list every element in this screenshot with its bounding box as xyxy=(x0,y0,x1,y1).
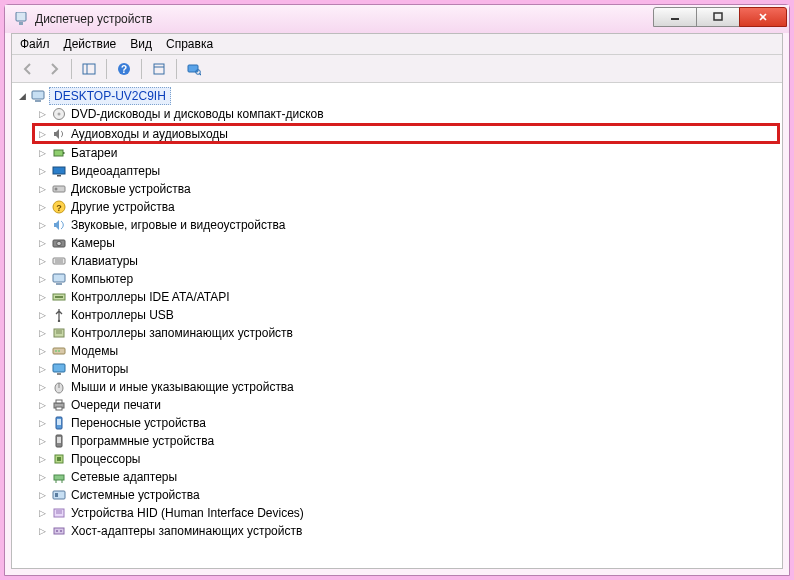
expand-icon[interactable]: ▷ xyxy=(36,166,48,176)
tree-node[interactable]: ▷Контроллеры USB xyxy=(32,306,780,324)
tree-node-label: Устройства HID (Human Interface Devices) xyxy=(71,506,304,520)
svg-rect-19 xyxy=(54,150,63,156)
network-icon xyxy=(51,469,67,485)
tree-node[interactable]: ▷Батареи xyxy=(32,144,780,162)
tree-node[interactable]: ▷Очереди печати xyxy=(32,396,780,414)
svg-rect-6 xyxy=(83,64,95,74)
svg-rect-21 xyxy=(53,167,65,174)
svg-rect-43 xyxy=(53,364,65,372)
maximize-button[interactable] xyxy=(696,7,740,27)
tree-node[interactable]: ▷Хост-адаптеры запоминающих устройств xyxy=(32,522,780,540)
collapse-icon[interactable]: ◢ xyxy=(16,91,28,101)
device-tree[interactable]: ◢ DESKTOP-UV2C9IH ▷DVD-дисководы и диско… xyxy=(12,83,782,568)
expand-icon[interactable]: ▷ xyxy=(36,109,48,119)
expand-icon[interactable]: ▷ xyxy=(36,418,48,428)
tree-node-label: Компьютер xyxy=(71,272,133,286)
svg-rect-53 xyxy=(57,437,61,443)
tree-node[interactable]: ▷Модемы xyxy=(32,342,780,360)
tree-node-label: Сетевые адаптеры xyxy=(71,470,177,484)
tree-node[interactable]: ▷Процессоры xyxy=(32,450,780,468)
svg-text:?: ? xyxy=(121,63,127,74)
tree-node-label: DVD-дисководы и дисководы компакт-дисков xyxy=(71,107,324,121)
tree-node[interactable]: ▷Программные устройства xyxy=(32,432,780,450)
tree-node[interactable]: ▷Контроллеры запоминающих устройств xyxy=(32,324,780,342)
expand-icon[interactable]: ▷ xyxy=(36,346,48,356)
titlebar[interactable]: Диспетчер устройств xyxy=(5,5,789,33)
minimize-button[interactable] xyxy=(653,7,697,27)
tree-node-label: Системные устройства xyxy=(71,488,200,502)
forward-button[interactable] xyxy=(42,58,66,80)
expand-icon[interactable]: ▷ xyxy=(36,310,48,320)
disc-icon xyxy=(51,106,67,122)
modem-icon xyxy=(51,343,67,359)
expand-icon[interactable]: ▷ xyxy=(36,292,48,302)
show-hide-tree-button[interactable] xyxy=(77,58,101,80)
expand-icon[interactable]: ▷ xyxy=(36,148,48,158)
tree-node[interactable]: ▷Сетевые адаптеры xyxy=(32,468,780,486)
expand-icon[interactable]: ▷ xyxy=(36,526,48,536)
expand-icon[interactable]: ▷ xyxy=(36,184,48,194)
tree-node-label: Мониторы xyxy=(71,362,128,376)
svg-rect-16 xyxy=(35,100,41,102)
menu-view[interactable]: Вид xyxy=(130,37,152,51)
expand-icon[interactable]: ▷ xyxy=(36,129,48,139)
software-device-icon xyxy=(51,433,67,449)
expand-icon[interactable]: ▷ xyxy=(36,238,48,248)
expand-icon[interactable]: ▷ xyxy=(36,472,48,482)
expand-icon[interactable]: ▷ xyxy=(36,382,48,392)
expand-icon[interactable]: ▷ xyxy=(36,256,48,266)
tree-node[interactable]: ▷Переносные устройства xyxy=(32,414,780,432)
battery-icon xyxy=(51,145,67,161)
expand-icon[interactable]: ▷ xyxy=(36,364,48,374)
close-button[interactable] xyxy=(739,7,787,27)
expand-icon[interactable]: ▷ xyxy=(36,436,48,446)
tree-node[interactable]: ▷Камеры xyxy=(32,234,780,252)
tree-root-node[interactable]: ◢ DESKTOP-UV2C9IH xyxy=(14,87,780,105)
tree-node[interactable]: ▷Звуковые, игровые и видеоустройства xyxy=(32,216,780,234)
tree-node[interactable]: ▷Мыши и иные указывающие устройства xyxy=(32,378,780,396)
cpu-icon xyxy=(51,451,67,467)
expand-icon[interactable]: ▷ xyxy=(36,490,48,500)
menu-help[interactable]: Справка xyxy=(166,37,213,51)
menu-action[interactable]: Действие xyxy=(64,37,117,51)
tree-node[interactable]: ▷Аудиовходы и аудиовыходы xyxy=(32,123,780,144)
scan-button[interactable] xyxy=(182,58,206,80)
tree-node-label: Программные устройства xyxy=(71,434,214,448)
svg-rect-33 xyxy=(56,283,62,285)
tree-node-label: Камеры xyxy=(71,236,115,250)
tree-node[interactable]: ▷Мониторы xyxy=(32,360,780,378)
svg-rect-32 xyxy=(53,274,65,282)
tree-node[interactable]: ▷Клавиатуры xyxy=(32,252,780,270)
tree-node-label: Контроллеры USB xyxy=(71,308,174,322)
tree-node[interactable]: ▷DVD-дисководы и дисководы компакт-диско… xyxy=(32,105,780,123)
svg-rect-56 xyxy=(54,475,64,480)
tree-node[interactable]: ▷Системные устройства xyxy=(32,486,780,504)
expand-icon[interactable]: ▷ xyxy=(36,508,48,518)
display-adapter-icon xyxy=(51,163,67,179)
tree-node[interactable]: ▷Компьютер xyxy=(32,270,780,288)
svg-rect-55 xyxy=(57,457,61,461)
tree-node-label: Клавиатуры xyxy=(71,254,138,268)
help-button[interactable]: ? xyxy=(112,58,136,80)
tree-node[interactable]: ▷Контроллеры IDE ATA/ATAPI xyxy=(32,288,780,306)
expand-icon[interactable]: ▷ xyxy=(36,202,48,212)
expand-icon[interactable]: ▷ xyxy=(36,274,48,284)
expand-icon[interactable]: ▷ xyxy=(36,400,48,410)
tree-node-label: Дисковые устройства xyxy=(71,182,191,196)
expand-icon[interactable]: ▷ xyxy=(36,220,48,230)
tree-node[interactable]: ▷Дисковые устройства xyxy=(32,180,780,198)
camera-icon xyxy=(51,235,67,251)
back-button[interactable] xyxy=(16,58,40,80)
expand-icon[interactable]: ▷ xyxy=(36,454,48,464)
properties-button[interactable] xyxy=(147,58,171,80)
svg-point-66 xyxy=(60,530,62,532)
svg-rect-59 xyxy=(53,491,65,499)
svg-rect-60 xyxy=(55,493,58,497)
tree-node-label: Контроллеры IDE ATA/ATAPI xyxy=(71,290,230,304)
tree-node[interactable]: ▷?Другие устройства xyxy=(32,198,780,216)
tree-node[interactable]: ▷Видеоадаптеры xyxy=(32,162,780,180)
svg-rect-44 xyxy=(57,373,61,375)
tree-node[interactable]: ▷Устройства HID (Human Interface Devices… xyxy=(32,504,780,522)
menu-file[interactable]: Файл xyxy=(20,37,50,51)
expand-icon[interactable]: ▷ xyxy=(36,328,48,338)
